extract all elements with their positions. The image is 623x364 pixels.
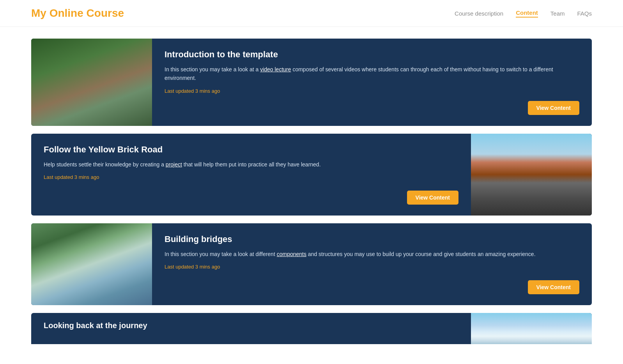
nav-team[interactable]: Team bbox=[550, 10, 565, 17]
card-introduction: Introduction to the template In this sec… bbox=[31, 39, 592, 126]
card-4-image bbox=[471, 313, 592, 344]
main-content: Introduction to the template In this sec… bbox=[0, 27, 623, 360]
card-1-description: In this section you may take a look at a… bbox=[165, 65, 579, 83]
card-1-content: Introduction to the template In this sec… bbox=[152, 39, 592, 126]
card-journey-partial: Looking back at the journey bbox=[31, 313, 592, 344]
card-3-description: In this section you may take a look at d… bbox=[165, 250, 579, 258]
nav-content[interactable]: Content bbox=[516, 9, 538, 18]
card-3-desc-after: and structures you may use to build up y… bbox=[306, 251, 536, 257]
card-3-image bbox=[31, 223, 152, 305]
card-2-image bbox=[471, 134, 592, 216]
card-3-title: Building bridges bbox=[165, 234, 579, 244]
card-3-desc-before: In this section you may take a look at d… bbox=[165, 251, 277, 257]
card-1-meta: Last updated 3 mins ago bbox=[165, 88, 579, 94]
card-4-content-partial: Looking back at the journey bbox=[31, 313, 471, 344]
card-1-title: Introduction to the template bbox=[165, 49, 579, 60]
card-2-desc-after: that will help them put into practice al… bbox=[182, 161, 321, 168]
nav-faqs[interactable]: FAQs bbox=[577, 10, 592, 17]
card-3-link[interactable]: components bbox=[277, 251, 306, 257]
nav-course-description[interactable]: Course description bbox=[455, 10, 503, 17]
card-3-meta: Last updated 3 mins ago bbox=[165, 264, 579, 270]
card-1-view-button[interactable]: View Content bbox=[528, 101, 579, 115]
card-2-title: Follow the Yellow Brick Road bbox=[44, 145, 458, 155]
card-3-view-button[interactable]: View Content bbox=[528, 280, 579, 294]
card-1-link[interactable]: video lecture bbox=[260, 66, 291, 72]
site-header: My Online Course Course description Cont… bbox=[0, 0, 623, 27]
card-2-view-button[interactable]: View Content bbox=[407, 191, 458, 205]
card-4-title: Looking back at the journey bbox=[44, 321, 147, 330]
card-yellow-brick: Follow the Yellow Brick Road Help studen… bbox=[31, 134, 592, 216]
card-2-desc-before: Help students settle their knowledge by … bbox=[44, 161, 166, 168]
main-nav: Course description Content Team FAQs bbox=[455, 9, 592, 18]
card-1-image bbox=[31, 39, 152, 126]
card-2-description: Help students settle their knowledge by … bbox=[44, 160, 458, 169]
card-3-content: Building bridges In this section you may… bbox=[152, 223, 592, 305]
site-title: My Online Course bbox=[31, 7, 124, 19]
card-2-meta: Last updated 3 mins ago bbox=[44, 174, 458, 180]
card-1-desc-before: In this section you may take a look at a bbox=[165, 66, 260, 72]
card-building-bridges: Building bridges In this section you may… bbox=[31, 223, 592, 305]
card-2-content: Follow the Yellow Brick Road Help studen… bbox=[31, 134, 471, 216]
card-2-link[interactable]: project bbox=[166, 161, 182, 168]
